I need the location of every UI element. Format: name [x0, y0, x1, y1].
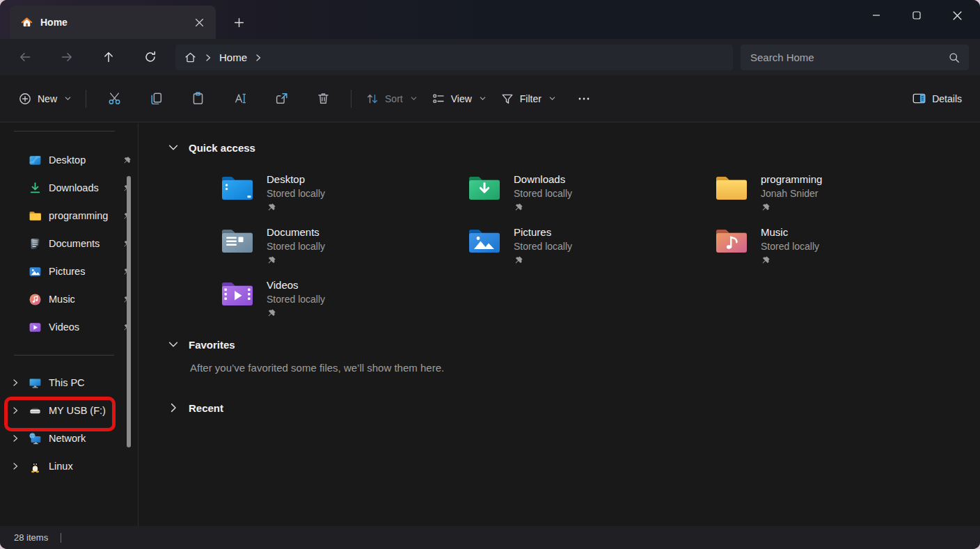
sidebar-item-desktop[interactable]: Desktop	[0, 146, 138, 174]
chevron-down-icon	[479, 95, 487, 102]
chevron-right-icon[interactable]	[11, 406, 28, 415]
sidebar-item-network[interactable]: Network	[0, 424, 138, 452]
chevron-right-icon[interactable]	[11, 379, 28, 387]
tile-subtitle: Stored locally	[267, 239, 325, 253]
home-icon	[184, 51, 197, 64]
videos-folder-icon	[221, 278, 254, 308]
sidebar-item-linux[interactable]: Linux	[0, 452, 138, 480]
cut-icon	[107, 91, 122, 106]
this-pc-icon	[28, 376, 42, 390]
sidebar-item-pictures[interactable]: Pictures	[0, 257, 138, 285]
cut-button[interactable]	[97, 85, 131, 113]
tile-title: programming	[761, 173, 822, 186]
forward-button[interactable]	[53, 45, 81, 70]
section-favorites-header[interactable]: Favorites	[167, 337, 980, 352]
pin-icon	[761, 255, 819, 265]
new-tab-button[interactable]	[228, 11, 250, 33]
pin-icon	[761, 202, 822, 212]
breadcrumb-item-home[interactable]: Home	[219, 51, 247, 63]
maximize-button[interactable]	[896, 0, 937, 31]
sidebar-item-this-pc[interactable]: This PC	[0, 369, 138, 397]
view-icon	[432, 92, 445, 106]
sort-button-label: Sort	[385, 93, 403, 104]
chevron-down-icon[interactable]	[167, 141, 180, 154]
tab-close-icon[interactable]	[189, 13, 209, 32]
sidebar-item-music[interactable]: Music	[0, 285, 138, 313]
tile-desktop[interactable]: Desktop Stored locally	[221, 173, 468, 212]
sort-icon	[365, 92, 379, 106]
sidebar-separator	[14, 355, 114, 356]
navigation-pane: Desktop Downloads programmin	[0, 123, 139, 526]
copy-button[interactable]	[139, 85, 173, 113]
sort-button[interactable]: Sort	[358, 85, 425, 113]
sidebar-item-programming[interactable]: programming	[0, 202, 138, 230]
tab-bar: Home	[0, 0, 980, 39]
copy-icon	[149, 91, 164, 106]
tile-title: Pictures	[514, 225, 572, 239]
tile-subtitle: Stored locally	[514, 239, 572, 253]
sidebar-item-downloads[interactable]: Downloads	[0, 174, 138, 202]
sidebar-scrollbar[interactable]	[127, 176, 131, 447]
section-recent-header[interactable]: Recent	[167, 400, 980, 415]
rename-button[interactable]	[223, 85, 256, 113]
search-input[interactable]	[749, 51, 948, 64]
search-box[interactable]	[741, 45, 969, 70]
videos-icon	[28, 320, 42, 334]
tile-title: Desktop	[267, 173, 325, 186]
navigation-bar: Home	[0, 39, 980, 75]
music-icon	[28, 292, 42, 306]
tile-title: Music	[761, 225, 819, 239]
details-pane-icon	[912, 91, 926, 106]
file-explorer-window: Home	[0, 0, 980, 549]
chevron-right-icon[interactable]	[11, 434, 28, 443]
chevron-right-icon[interactable]	[11, 462, 28, 470]
more-options-button[interactable]	[567, 85, 601, 113]
tile-music[interactable]: Music Stored locally	[715, 225, 962, 264]
close-button[interactable]	[937, 0, 977, 31]
pin-icon	[267, 255, 325, 265]
delete-button[interactable]	[306, 85, 340, 113]
search-icon[interactable]	[948, 51, 961, 64]
linux-icon	[28, 459, 42, 473]
tab-home[interactable]: Home	[10, 6, 216, 39]
tile-documents[interactable]: Documents Stored locally	[221, 225, 468, 264]
breadcrumb[interactable]: Home	[175, 45, 733, 70]
pictures-icon	[28, 264, 42, 278]
tile-downloads[interactable]: Downloads Stored locally	[468, 173, 715, 212]
back-arrow-icon	[18, 50, 32, 64]
chevron-down-icon[interactable]	[167, 338, 180, 351]
more-icon	[577, 92, 591, 106]
section-quick-access-header[interactable]: Quick access	[167, 140, 980, 155]
close-icon	[953, 11, 962, 20]
main-pane: Quick access Desktop Stored locally	[139, 123, 980, 526]
back-button[interactable]	[11, 45, 39, 70]
details-button[interactable]: Details	[905, 85, 969, 113]
maximize-icon	[912, 11, 921, 19]
pin-icon	[267, 308, 325, 318]
filter-button[interactable]: Filter	[493, 85, 563, 113]
up-arrow-icon	[102, 50, 116, 64]
refresh-button[interactable]	[136, 45, 164, 70]
tile-title: Documents	[267, 225, 325, 239]
pin-icon	[514, 255, 572, 265]
section-title: Quick access	[189, 142, 255, 154]
plus-circle-icon	[18, 92, 32, 106]
tile-pictures[interactable]: Pictures Stored locally	[468, 225, 715, 264]
new-button[interactable]: New	[11, 85, 79, 113]
share-button[interactable]	[264, 85, 298, 113]
view-button[interactable]: View	[425, 85, 493, 113]
filter-icon	[500, 92, 514, 106]
sidebar-item-my-usb[interactable]: MY USB (F:)	[0, 397, 138, 424]
tile-programming[interactable]: programming Jonah Snider	[715, 173, 962, 212]
chevron-right-icon[interactable]	[167, 401, 180, 414]
content-area: Desktop Downloads programmin	[0, 123, 980, 526]
pin-icon	[267, 202, 325, 212]
sidebar-item-videos[interactable]: Videos	[0, 313, 138, 341]
folder-icon	[715, 173, 748, 202]
paste-button[interactable]	[181, 85, 214, 113]
sidebar-item-documents[interactable]: Documents	[0, 230, 138, 257]
chevron-right-icon[interactable]	[254, 54, 262, 62]
up-button[interactable]	[95, 45, 122, 70]
tile-videos[interactable]: Videos Stored locally	[221, 278, 468, 317]
minimize-button[interactable]	[856, 0, 896, 31]
